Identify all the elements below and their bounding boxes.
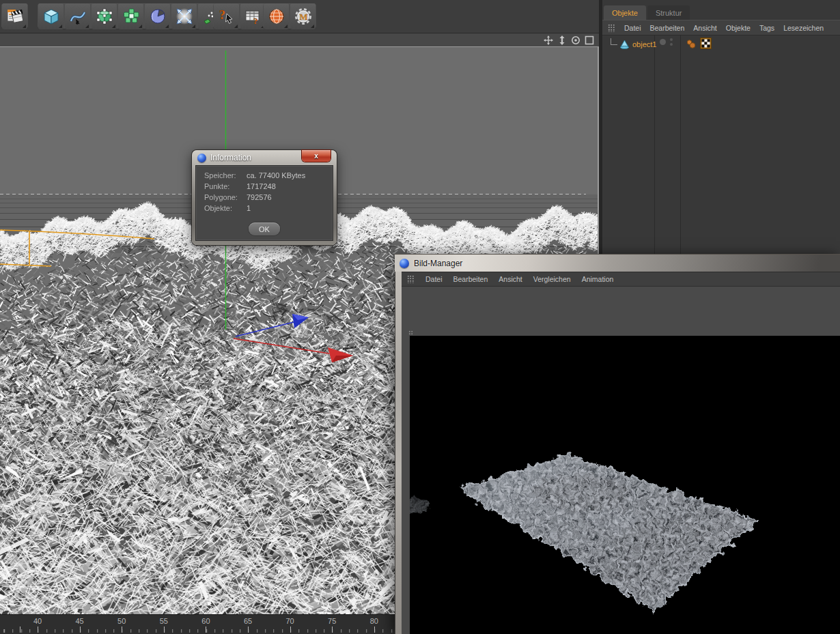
rendered-image — [410, 336, 840, 634]
render-settings-icon[interactable] — [2, 3, 27, 29]
window-titlebar[interactable]: Bild-Manager — [395, 254, 840, 272]
mograph-gear-icon[interactable]: M — [290, 3, 316, 29]
scale-tool-icon[interactable] — [171, 3, 197, 29]
row-value: 1717248 — [247, 182, 276, 190]
menu-lesezeichen[interactable]: Lesezeichen — [783, 24, 824, 32]
menu-grip-icon[interactable] — [608, 24, 615, 32]
bild-manager-window: Bild-Manager Datei Bearbeiten Ansicht Ve… — [395, 254, 840, 634]
dialog-body: Speicher: ca. 77400 KBytes Punkte: 17172… — [195, 165, 333, 241]
render-settings-glyph — [5, 7, 25, 26]
array-object-icon[interactable] — [118, 3, 143, 29]
menu-ansicht[interactable]: Ansicht — [499, 275, 522, 283]
help-cursor-icon[interactable]: ? — [214, 3, 239, 29]
spline-glyph — [69, 8, 87, 25]
array-glyph — [122, 8, 140, 25]
pan-icon[interactable] — [543, 35, 554, 45]
tree-elbow-icon — [611, 38, 617, 45]
hair-material-tag[interactable] — [686, 38, 697, 49]
main-toolbar: ? ? — [0, 0, 599, 33]
bild-manager-body — [402, 287, 840, 634]
ruler-number: 60 — [201, 617, 210, 625]
ruler-major-ticks — [0, 626, 396, 633]
scale-arrows-glyph — [176, 8, 193, 25]
ruler-number: 70 — [285, 617, 294, 625]
help-glyph: ? — [218, 8, 236, 25]
editable-mesh-icon[interactable] — [92, 3, 117, 29]
cinema4d-screen: ? ? — [0, 0, 840, 634]
texture-tag-checkerboard[interactable] — [700, 38, 712, 49]
cone-object-icon[interactable] — [619, 40, 630, 50]
table-help-icon[interactable]: ? — [240, 3, 266, 29]
info-row-punkte: Punkte: 1717248 — [204, 182, 333, 190]
svg-text:?: ? — [219, 8, 225, 22]
ruler-number: 50 — [117, 617, 126, 625]
spline-pen-icon[interactable] — [65, 3, 90, 29]
wedge-glyph — [149, 8, 167, 25]
tag-list — [686, 38, 712, 49]
ruler-number: 80 — [370, 617, 378, 625]
cube-glyph — [42, 8, 60, 25]
app-orb-icon — [400, 259, 409, 268]
window-title: Bild-Manager — [414, 259, 462, 268]
info-row-objekte: Objekte: 1 — [204, 204, 333, 212]
table-help-glyph: ? — [244, 8, 262, 25]
menu-datei[interactable]: Datei — [624, 24, 641, 32]
row-label: Polygone: — [204, 193, 247, 201]
ruler-number: 65 — [244, 617, 252, 625]
menu-animation[interactable]: Animation — [582, 275, 614, 283]
zoom-icon[interactable] — [557, 35, 568, 45]
editor-render-dots-icon[interactable] — [670, 38, 673, 46]
web-globe-icon[interactable] — [264, 3, 289, 29]
visibility-dot-icon[interactable] — [660, 39, 666, 45]
info-row-speicher: Speicher: ca. 77400 KBytes — [204, 171, 333, 179]
tab-objekte[interactable]: Objekte — [604, 5, 646, 20]
menu-objekte[interactable]: Objekte — [726, 24, 751, 32]
cube-primitive-icon[interactable] — [38, 3, 64, 29]
svg-text:?: ? — [253, 16, 258, 25]
menu-ansicht[interactable]: Ansicht — [693, 24, 716, 32]
close-icon[interactable]: x — [302, 150, 331, 162]
ruler-number: 75 — [328, 617, 336, 625]
information-dialog: Information x Speicher: ca. 77400 KBytes… — [192, 150, 337, 245]
dialog-title: Information — [210, 153, 251, 162]
pixel-grid-icon — [408, 330, 413, 335]
rotate-icon[interactable] — [570, 35, 581, 45]
visibility-toggles — [660, 38, 673, 46]
viewport-header — [0, 33, 599, 46]
menu-grip-icon[interactable] — [407, 275, 415, 283]
object-row[interactable]: object1 — [602, 37, 840, 52]
svg-text:M: M — [299, 12, 307, 22]
info-row-polygone: Polygone: 792576 — [204, 193, 333, 201]
ruler-number: 55 — [160, 617, 168, 625]
row-value: 1 — [247, 204, 251, 212]
editable-cube-glyph — [96, 8, 113, 25]
maximize-icon[interactable] — [584, 35, 595, 45]
menu-bearbeiten[interactable]: Bearbeiten — [453, 275, 488, 283]
row-value: 792576 — [247, 193, 272, 201]
object-name-label[interactable]: object1 — [632, 40, 656, 48]
bild-manager-menubar: Datei Bearbeiten Ansicht Vergleichen Ani… — [402, 272, 840, 287]
fur-carpet-render — [410, 336, 840, 634]
ruler-number: 40 — [33, 617, 42, 625]
row-label: Objekte: — [204, 204, 247, 212]
menu-vergleichen[interactable]: Vergleichen — [533, 275, 571, 283]
gear-m-glyph: M — [294, 8, 312, 25]
menu-datei[interactable]: Datei — [425, 275, 443, 283]
row-value: ca. 77400 KBytes — [247, 171, 305, 179]
sphere-wedge-icon[interactable] — [145, 3, 170, 29]
menu-bearbeiten[interactable]: Bearbeiten — [650, 24, 685, 32]
ok-button[interactable]: OK — [249, 222, 280, 235]
menu-tags[interactable]: Tags — [759, 24, 774, 32]
row-label: Punkte: — [204, 182, 247, 190]
app-orb-icon — [197, 154, 206, 162]
timeline-ruler[interactable]: 35404550556065707580 — [0, 614, 396, 634]
ruler-number: 45 — [75, 617, 83, 625]
row-label: Speicher: — [204, 171, 247, 179]
globe-glyph — [268, 8, 285, 25]
tab-struktur[interactable]: Struktur — [647, 5, 690, 20]
object-manager-menubar: Datei Bearbeiten Ansicht Objekte Tags Le… — [602, 20, 840, 35]
